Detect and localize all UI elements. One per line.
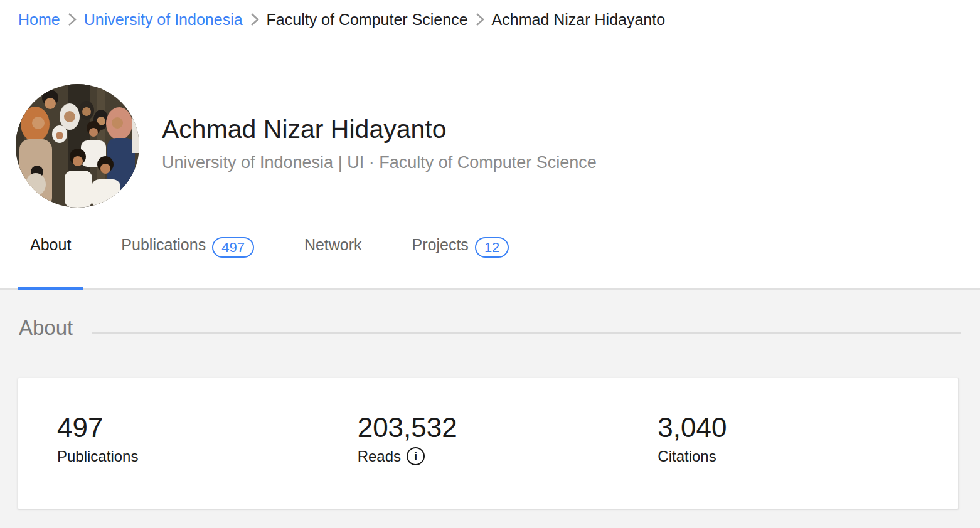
tab-projects-label: Projects: [412, 236, 469, 253]
profile-photo-illustration: [16, 84, 139, 208]
profile-tabs: About Publications497 Network Projects12: [0, 228, 980, 290]
breadcrumb: Home University of Indonesia Faculty of …: [0, 0, 980, 29]
about-section: About 497 Publications 203,532 Reads i 3…: [0, 290, 980, 528]
reads-label: Reads i: [358, 447, 658, 465]
chevron-right-icon: [250, 13, 259, 26]
reads-count: 203,532: [358, 414, 658, 441]
profile-info: Achmad Nizar Hidayanto University of Ind…: [162, 84, 597, 208]
breadcrumb-faculty: Faculty of Computer Science: [267, 10, 468, 29]
publications-label-text: Publications: [57, 447, 138, 465]
projects-count-badge: 12: [475, 237, 509, 258]
breadcrumb-home-link[interactable]: Home: [18, 10, 60, 29]
profile-name: Achmad Nizar Hidayanto: [162, 114, 597, 145]
publications-count: 497: [57, 414, 358, 441]
about-section-header: About: [19, 315, 961, 341]
profile-header: Achmad Nizar Hidayanto University of Ind…: [16, 84, 980, 208]
tab-network-label: Network: [304, 236, 362, 253]
reads-label-text: Reads: [358, 447, 401, 465]
stats-card: 497 Publications 203,532 Reads i 3,040 C…: [18, 378, 959, 509]
about-section-heading: About: [19, 315, 73, 341]
chevron-right-icon: [68, 13, 77, 26]
breadcrumb-university-link[interactable]: University of Indonesia: [84, 10, 243, 29]
stat-reads: 203,532 Reads i: [358, 414, 658, 509]
info-icon[interactable]: i: [407, 447, 425, 465]
stat-publications: 497 Publications: [57, 414, 358, 509]
tab-projects[interactable]: Projects12: [400, 228, 522, 288]
profile-photo[interactable]: [16, 84, 139, 208]
citations-label: Citations: [658, 447, 958, 465]
tab-network[interactable]: Network: [292, 228, 375, 288]
tab-publications[interactable]: Publications497: [109, 228, 267, 288]
citations-label-text: Citations: [658, 447, 716, 465]
breadcrumb-current-page: Achmad Nizar Hidayanto: [492, 10, 666, 29]
stat-citations: 3,040 Citations: [658, 414, 958, 509]
publications-count-badge: 497: [212, 237, 254, 258]
chevron-right-icon: [476, 13, 484, 26]
tab-publications-label: Publications: [121, 236, 206, 253]
section-divider: [92, 332, 961, 334]
profile-affiliation: University of Indonesia | UI · Faculty o…: [162, 152, 597, 172]
citations-count: 3,040: [658, 414, 958, 441]
publications-label: Publications: [57, 447, 358, 465]
tab-about[interactable]: About: [18, 228, 83, 288]
tab-about-label: About: [30, 236, 71, 253]
